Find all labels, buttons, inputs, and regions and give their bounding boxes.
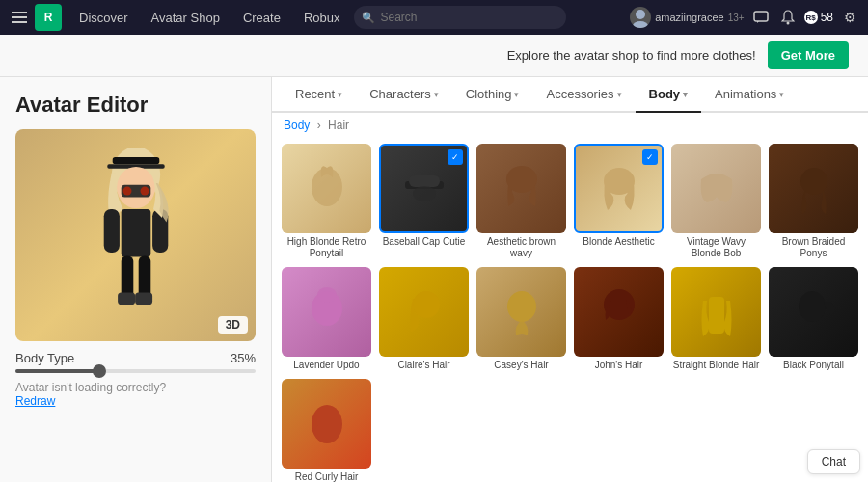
user-badge[interactable]: amaziingracee 13+ (630, 7, 745, 28)
hair-item-name: Black Ponytail (783, 360, 844, 371)
svg-rect-0 (12, 12, 27, 13)
chevron-4-icon: ▾ (683, 90, 688, 99)
top-nav: R Discover Avatar Shop Create Robux 🔍 am… (0, 0, 868, 35)
nav-right: amaziingracee 13+ R$ 58 ⚙ (630, 7, 860, 28)
list-item[interactable]: Vintage Wavy Blonde Bob (671, 144, 761, 259)
hair-thumb-12 (282, 379, 371, 469)
avatar-preview: 3D (15, 129, 256, 341)
list-item[interactable]: ✓Blonde Aesthetic (574, 144, 664, 259)
search-input[interactable] (354, 6, 566, 29)
svg-rect-14 (121, 209, 150, 257)
robux-count: 58 (821, 11, 833, 24)
svg-point-4 (633, 21, 648, 28)
svg-point-24 (413, 186, 436, 201)
list-item[interactable]: High Blonde Retro Ponytail (282, 144, 371, 259)
slider-thumb[interactable] (93, 364, 106, 378)
hair-item-name: Baseball Cap Cutie (383, 236, 466, 248)
hair-thumb-8 (476, 267, 566, 357)
avatar-figure (73, 148, 199, 322)
list-item[interactable]: Red Curly Hair (282, 379, 371, 482)
tab-characters[interactable]: Characters▾ (356, 77, 452, 113)
hair-grid: High Blonde Retro Ponytail✓Baseball Cap … (272, 138, 868, 482)
loading-text: Avatar isn't loading correctly? (15, 381, 166, 394)
hair-item-name: Blonde Aesthetic (583, 236, 655, 248)
list-item[interactable]: Claire's Hair (379, 267, 469, 371)
breadcrumb-parent[interactable]: Body (284, 119, 310, 132)
list-item[interactable]: Aesthetic brown wavy (476, 144, 566, 259)
settings-icon[interactable]: ⚙ (839, 7, 860, 28)
nav-discover[interactable]: Discover (69, 7, 138, 29)
tab-accessories[interactable]: Accessories▾ (532, 77, 635, 113)
chat-icon-btn[interactable] (750, 7, 772, 28)
hair-item-name: High Blonde Retro Ponytail (282, 236, 371, 259)
list-item[interactable]: Casey's Hair (476, 267, 566, 371)
nav-avatar-shop[interactable]: Avatar Shop (142, 7, 230, 29)
svg-point-6 (786, 22, 789, 25)
left-panel: Avatar Editor (0, 77, 272, 482)
list-item[interactable]: Lavender Updo (282, 267, 371, 371)
body-type-row: Body Type 35% (15, 351, 256, 365)
svg-point-29 (317, 287, 337, 303)
tab-body[interactable]: Body▾ (636, 77, 702, 113)
hair-thumb-2 (476, 144, 566, 233)
roblox-logo[interactable]: R (35, 4, 62, 31)
tab-animations[interactable]: Animations▾ (701, 77, 798, 113)
list-item[interactable]: Brown Braided Ponys (769, 144, 858, 259)
svg-rect-5 (754, 12, 768, 21)
main-content: Avatar Editor (0, 77, 868, 482)
svg-point-13 (140, 187, 149, 196)
hair-item-name: Vintage Wavy Blonde Bob (671, 236, 761, 259)
hair-thumb-6 (282, 267, 371, 357)
chevron-1-icon: ▾ (434, 90, 439, 99)
nav-create[interactable]: Create (233, 7, 290, 29)
svg-rect-8 (112, 157, 159, 164)
age-label: 13+ (728, 13, 745, 23)
chat-button[interactable]: Chat (807, 449, 860, 474)
hair-thumb-10 (671, 267, 761, 357)
list-item[interactable]: Black Ponytail (769, 267, 858, 371)
hair-thumb-0 (282, 144, 371, 233)
svg-point-31 (507, 291, 536, 322)
menu-icon[interactable] (8, 6, 31, 29)
list-item[interactable]: Straight Blonde Hair (671, 267, 761, 371)
chevron-5-icon: ▾ (779, 90, 784, 99)
list-item[interactable]: ✓Baseball Cap Cutie (379, 144, 469, 259)
breadcrumb: Body › Hair (272, 113, 868, 138)
hair-item-name: Aesthetic brown wavy (476, 236, 566, 259)
hair-thumb-9 (574, 267, 664, 357)
chevron-3-icon: ▾ (617, 90, 622, 99)
avatar (630, 7, 651, 28)
tab-clothing[interactable]: Clothing▾ (452, 77, 533, 113)
selected-checkmark: ✓ (642, 149, 658, 165)
right-panel: Recent▾Characters▾Clothing▾Accessories▾B… (272, 77, 868, 482)
hair-item-name: Lavender Updo (293, 360, 359, 371)
search-wrap: 🔍 (354, 6, 566, 29)
svg-rect-23 (409, 175, 440, 187)
search-icon: 🔍 (362, 12, 375, 24)
hair-item-name: Claire's Hair (397, 360, 449, 371)
hair-thumb-1: ✓ (379, 144, 469, 233)
svg-point-26 (604, 168, 635, 195)
notifications-icon[interactable] (777, 7, 799, 28)
chevron-2-icon: ▾ (514, 90, 519, 99)
3d-toggle[interactable]: 3D (218, 316, 248, 334)
hair-thumb-4 (671, 144, 761, 233)
svg-rect-20 (135, 292, 152, 305)
hair-item-name: Brown Braided Ponys (769, 236, 858, 259)
body-type-slider[interactable] (15, 369, 256, 373)
hair-item-name: Straight Blonde Hair (673, 360, 760, 371)
promo-text: Explore the avatar shop to find more clo… (507, 48, 756, 63)
list-item[interactable]: John's Hair (574, 267, 664, 371)
tab-recent[interactable]: Recent▾ (282, 77, 356, 113)
svg-point-27 (800, 168, 827, 195)
get-more-button[interactable]: Get More (768, 41, 849, 69)
hair-thumb-5 (769, 144, 858, 233)
redraw-link[interactable]: Redraw (15, 394, 55, 408)
hair-thumb-7 (379, 267, 469, 357)
hair-thumb-11 (769, 267, 858, 357)
nav-robux[interactable]: Robux (294, 7, 350, 29)
svg-rect-1 (12, 16, 27, 18)
svg-point-34 (799, 291, 826, 322)
svg-rect-19 (118, 292, 135, 305)
robux-badge[interactable]: R$ 58 (804, 11, 833, 24)
